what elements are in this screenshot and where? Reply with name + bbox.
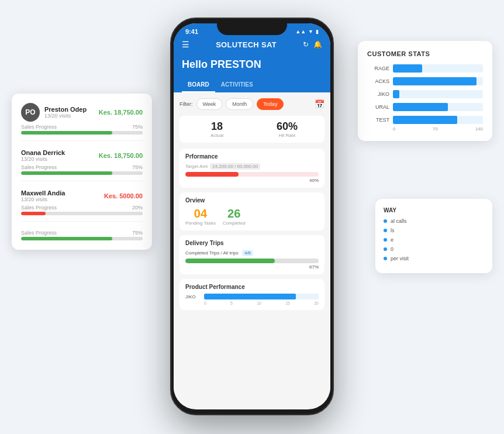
right-item: per visit [384, 256, 484, 261]
menu-icon[interactable]: ☰ [182, 40, 189, 49]
target-label: Target Amt [185, 164, 208, 169]
completed-item: 26 Completed [223, 207, 246, 226]
bar-track [393, 103, 483, 111]
performance-title: Prformance [185, 153, 319, 160]
progress-bar [21, 212, 143, 215]
rep-info: Onana Derrick 13/20 visits [21, 149, 94, 162]
axis-label: 20 [314, 301, 319, 305]
rep-header: Maxwell Andia 13/20 visits Kes. 5000.00 [21, 190, 143, 202]
rep-header: Onana Derrick 13/20 visits Kes. 18,750.0… [21, 149, 143, 162]
wifi-icon: ▼ [308, 29, 313, 35]
hitrate-stat: 60% Hit Rate [254, 120, 320, 138]
right-dot [384, 219, 387, 223]
bar-track [393, 77, 483, 85]
axis-label: 0 [204, 301, 206, 305]
rep-visits: 13/20 visits [21, 156, 94, 162]
product-fill [204, 294, 296, 299]
bar-fill [393, 103, 448, 111]
axis-label: 5 [230, 301, 233, 305]
signal-icon: ▲▲ [295, 29, 306, 35]
bar-track [393, 90, 483, 98]
completed-value: 26 [223, 207, 246, 221]
app-header: ☰ SOLUTECH SAT ↻ 🔔 [174, 37, 330, 55]
delivery-title: Delivery Trips [185, 240, 319, 246]
right-item: e [384, 237, 484, 243]
actual-label: Actual [184, 133, 250, 138]
progress-text: Sales Progress [21, 124, 57, 130]
rep-amount: Kes. 18,750.00 [99, 109, 143, 116]
hitrate-label: Hit Rate [254, 133, 320, 138]
progress-text: Sales Progress [21, 230, 57, 236]
axis-mid: 70 [433, 126, 438, 132]
hitrate-value: 60% [254, 120, 320, 133]
pending-label: Pending Tasks [185, 221, 216, 226]
bar-track [393, 64, 483, 73]
progress-pct: 75% [132, 164, 143, 170]
actual-value: 18 [184, 120, 250, 133]
performance-fill [185, 172, 239, 177]
progress-label: Sales Progress 75% [21, 230, 143, 236]
overview-title: Orview [185, 197, 319, 204]
today-button[interactable]: Today [257, 98, 284, 110]
product-item-label: JIKO [185, 294, 202, 299]
right-item-text: ls [391, 228, 395, 233]
filter-label: Filter: [179, 101, 193, 107]
bar-fill [393, 77, 477, 85]
axis-label: 10 [257, 301, 261, 305]
rep-name: Preston Odep [44, 106, 94, 113]
progress-text: Sales Progress [21, 205, 57, 211]
right-mid-card: WAY al callslse0per visit [375, 199, 492, 273]
actual-stat: 18 Actual [184, 120, 250, 138]
progress-fill [21, 237, 112, 240]
performance-card: Prformance Target Amt 24,200.00 / 60,000… [179, 149, 325, 188]
tab-board[interactable]: BOARD [182, 78, 215, 92]
product-chart: JIKO [185, 294, 319, 299]
delivery-label: Completed Trips / All trips 4/6 [185, 250, 319, 256]
filter-row: Filter: Week Month Today 📅 [179, 98, 325, 110]
bar-label: URAL [367, 104, 389, 110]
delivery-card: Delivery Trips Completed Trips / All tri… [179, 235, 325, 274]
bar-fill [393, 116, 457, 124]
product-title: Product Performance [185, 284, 319, 290]
sales-rep: Sales Progress 75% [21, 230, 143, 240]
progress-pct: 75% [132, 124, 143, 130]
bar-label: JIKO [367, 91, 389, 97]
app-title: SOLUTECH SAT [216, 40, 277, 49]
phone-device: 9:41 ▲▲ ▼ ▮ ☰ SOLUTECH SAT ↻ 🔔 Hello PRE… [170, 18, 334, 415]
right-item: ls [384, 228, 484, 233]
status-time: 9:41 [185, 28, 198, 35]
phone-notch [217, 19, 287, 35]
rep-name: Onana Derrick [21, 149, 94, 156]
performance-bar [185, 172, 319, 177]
right-item-text: al calls [391, 218, 407, 224]
bar-label: ACKS [367, 78, 389, 84]
rep-header: PO Preston Odep 13/20 visits Kes. 18,750… [21, 103, 143, 122]
progress-pct: 20% [132, 205, 143, 211]
tab-activities[interactable]: ACTIVITIES [215, 78, 259, 92]
calendar-icon[interactable]: 📅 [315, 99, 325, 109]
right-dot [384, 238, 387, 242]
target-value: 24,200.00 / 60,000.00 [210, 163, 260, 170]
sales-rep: PO Preston Odep 13/20 visits Kes. 18,750… [21, 103, 143, 141]
bell-icon[interactable]: 🔔 [313, 40, 322, 49]
bar-track [393, 116, 483, 124]
rep-info: Maxwell Andia 13/20 visits [21, 190, 99, 202]
sales-rep: Maxwell Andia 13/20 visits Kes. 5000.00 … [21, 190, 143, 222]
hello-text: Hello PRESTON [182, 58, 322, 71]
stats-row: 18 Actual 60% Hit Rate [179, 116, 325, 143]
completed-label: Completed [223, 221, 246, 226]
overview-row: 04 Pending Tasks 26 Completed [185, 207, 319, 226]
month-button[interactable]: Month [226, 98, 253, 110]
refresh-icon[interactable]: ↻ [303, 40, 309, 49]
axis-min: 0 [393, 126, 395, 132]
app-content: Filter: Week Month Today 📅 18 Actual 60%… [174, 92, 330, 394]
bar-label: TEST [367, 117, 389, 123]
customer-stats-title: CUSTOMER STATS [367, 50, 483, 57]
pending-value: 04 [185, 207, 216, 221]
bar-chart: RAGE ACKS JIKO URAL TEST [367, 64, 483, 124]
progress-label: Sales Progress 20% [21, 205, 143, 211]
status-icons: ▲▲ ▼ ▮ [295, 29, 319, 35]
bar-row: JIKO [367, 90, 483, 98]
week-button[interactable]: Week [196, 98, 223, 110]
right-dot [384, 247, 387, 251]
